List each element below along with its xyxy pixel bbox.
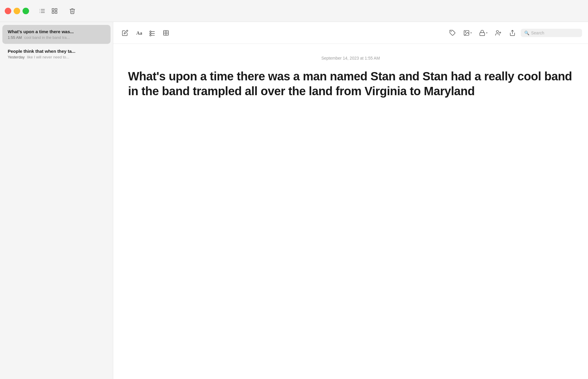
list-view-icon [39, 8, 45, 14]
svg-text:Aa: Aa [136, 30, 142, 36]
list-view-button[interactable] [36, 5, 48, 17]
grid-view-icon [51, 8, 58, 14]
window-controls [5, 8, 29, 14]
svg-rect-8 [52, 11, 54, 13]
trash-icon [69, 8, 76, 14]
add-person-icon [495, 30, 501, 36]
share-icon [509, 30, 516, 36]
media-chevron-icon: ▾ [470, 31, 472, 34]
note-preview-1: cool band in the band tra... [24, 35, 70, 40]
note-date: September 14, 2023 at 1:55 AM [128, 56, 573, 60]
svg-rect-7 [55, 8, 57, 10]
media-button[interactable]: ▾ [461, 28, 474, 38]
maximize-button[interactable] [23, 8, 29, 14]
tag-button[interactable] [447, 27, 458, 39]
svg-point-23 [465, 31, 466, 32]
search-box[interactable]: 🔍 [521, 29, 582, 37]
content-toolbar: Aa [113, 22, 588, 44]
media-icon [463, 30, 470, 36]
svg-point-25 [496, 30, 498, 32]
compose-button[interactable] [119, 27, 131, 39]
minimize-button[interactable] [14, 8, 20, 14]
add-collaborator-button[interactable] [492, 27, 504, 39]
svg-point-21 [451, 31, 452, 32]
note-time-1: 1:55 AM [8, 35, 22, 40]
note-title-2: People think that when they ta... [8, 49, 105, 54]
lock-button[interactable]: ▾ [477, 28, 490, 38]
note-preview-2: like I will never need to... [27, 55, 69, 59]
svg-point-15 [150, 34, 151, 36]
svg-point-11 [150, 31, 151, 32]
search-input[interactable] [531, 31, 579, 35]
sidebar: What's upon a time there was... 1:55 AM … [0, 22, 113, 379]
delete-button[interactable] [66, 5, 78, 17]
content-toolbar-left: Aa [119, 27, 172, 39]
note-meta-1: 1:55 AM cool band in the band tra... [8, 35, 105, 40]
lock-chevron-icon: ▾ [486, 31, 488, 34]
tag-icon [449, 30, 456, 36]
table-icon [163, 30, 169, 36]
font-icon: Aa [135, 30, 142, 36]
grid-view-button[interactable] [49, 5, 60, 17]
table-button[interactable] [160, 27, 172, 39]
content-toolbar-right: ▾ ▾ [447, 27, 582, 39]
note-item-2[interactable]: People think that when they ta... Yester… [2, 44, 111, 63]
note-item-1[interactable]: What's upon a time there was... 1:55 AM … [2, 25, 111, 44]
note-meta-2: Yesterday like I will never need to... [8, 55, 105, 59]
checklist-button[interactable] [146, 27, 158, 39]
share-button[interactable] [506, 27, 518, 39]
svg-point-13 [150, 33, 151, 34]
compose-icon [122, 30, 128, 36]
main-area: What's upon a time there was... 1:55 AM … [0, 22, 588, 379]
note-time-2: Yesterday [8, 55, 25, 59]
close-button[interactable] [5, 8, 11, 14]
note-content-title[interactable]: What's upon a time there was a man named… [128, 69, 573, 98]
view-toggle-group [36, 5, 60, 17]
lock-icon [479, 30, 485, 36]
app-toolbar [0, 0, 588, 22]
content-area: Aa [113, 22, 588, 379]
content-body: September 14, 2023 at 1:55 AM What's upo… [113, 44, 588, 379]
search-icon: 🔍 [524, 31, 529, 35]
svg-rect-6 [52, 8, 54, 10]
svg-rect-9 [55, 11, 57, 13]
note-title-1: What's upon a time there was... [8, 29, 105, 34]
svg-rect-24 [480, 33, 485, 36]
checklist-icon [149, 30, 156, 36]
font-button[interactable]: Aa [133, 27, 145, 39]
